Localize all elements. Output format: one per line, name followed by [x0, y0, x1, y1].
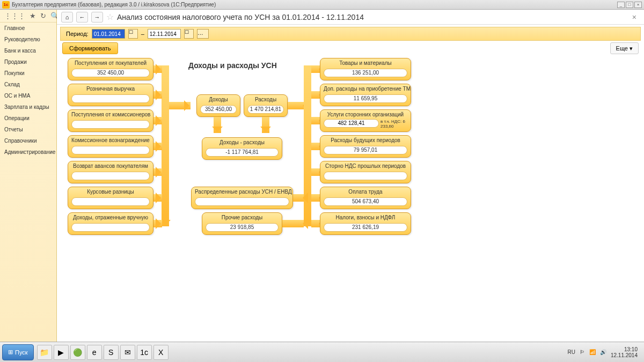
- windows-icon: ⊞: [8, 349, 13, 356]
- app-logo-icon: 1c: [2, 1, 10, 9]
- sidebar-item[interactable]: Зарплата и кадры: [0, 101, 56, 113]
- connector: [311, 143, 320, 150]
- connector: [153, 194, 162, 202]
- window-title: Бухгалтерия предприятия (базовая), редак…: [12, 2, 216, 8]
- block-other-expense[interactable]: Прочие расходы 23 918,85: [202, 212, 282, 235]
- connector: [153, 91, 162, 99]
- block-income[interactable]: Доходы 352 450,00: [196, 94, 240, 117]
- period-toolbar: Период: ☐ – ☐ …: [60, 27, 641, 41]
- sidebar-item[interactable]: Руководителю: [0, 34, 56, 45]
- sidebar-item[interactable]: Справочники: [0, 135, 56, 146]
- close-button[interactable]: ×: [634, 2, 642, 8]
- tab-close-button[interactable]: ×: [629, 13, 640, 21]
- connector: [311, 168, 320, 176]
- tray-clock[interactable]: 13:10 12.11.2014: [611, 346, 638, 358]
- taskbar: ⊞ Пуск 📁 ▶ 🟢 e S ✉ 1c X RU 🏳 📶 🔊 13:10 1…: [0, 342, 644, 362]
- block-services[interactable]: Услуги сторонних организаций 482 128,41 …: [320, 109, 411, 132]
- block-commissioners[interactable]: Поступления от комиссионеров: [68, 109, 153, 132]
- connector: [288, 102, 304, 109]
- home-button[interactable]: ⌂: [61, 12, 73, 23]
- connector: [311, 65, 320, 73]
- action-bar: Сформировать Еще ▾: [57, 41, 644, 56]
- connector: [311, 117, 320, 124]
- connector: [153, 65, 162, 73]
- connector: [262, 117, 269, 133]
- sidebar-item[interactable]: Отчеты: [0, 124, 56, 135]
- calendar-from-button[interactable]: ☐: [128, 29, 138, 39]
- task-icon[interactable]: X: [153, 345, 169, 360]
- minimize-button[interactable]: _: [617, 2, 625, 8]
- task-icon[interactable]: S: [104, 345, 119, 360]
- connector: [293, 194, 304, 202]
- sidebar-item[interactable]: Главное: [0, 23, 56, 34]
- task-icon[interactable]: e: [87, 345, 102, 360]
- block-commission[interactable]: Комиссионное вознаграждение: [68, 135, 153, 158]
- connector: [311, 91, 320, 99]
- sidebar-item[interactable]: Склад: [0, 79, 56, 90]
- connector: [153, 168, 162, 176]
- maximize-button[interactable]: □: [626, 2, 633, 8]
- sidebar-item[interactable]: Продажи: [0, 56, 56, 68]
- block-advance-refund[interactable]: Возврат авансов покупателям: [68, 161, 153, 183]
- block-income-customers[interactable]: Поступления от покупателей 352 450,00: [68, 58, 153, 80]
- block-deferred[interactable]: Расходы будущих периодов 79 957,01: [320, 135, 411, 158]
- tray-sound-icon[interactable]: 🔊: [600, 349, 606, 355]
- generate-button[interactable]: Сформировать: [62, 42, 118, 54]
- connector: [169, 102, 191, 109]
- menu-grid-icon[interactable]: ⋮⋮⋮: [4, 12, 25, 20]
- more-button[interactable]: Еще ▾: [610, 42, 639, 54]
- sidebar-item[interactable]: ОС и НМА: [0, 90, 56, 101]
- connector: [282, 220, 304, 227]
- sidebar-item[interactable]: Покупки: [0, 68, 56, 79]
- task-icon[interactable]: 📁: [37, 345, 52, 360]
- connector: [214, 117, 221, 133]
- period-to-input[interactable]: [148, 29, 181, 39]
- favorites-icon[interactable]: ★: [30, 12, 36, 20]
- sidebar-item[interactable]: Банк и касса: [0, 45, 56, 56]
- tray-lang[interactable]: RU: [567, 349, 575, 355]
- period-select-button[interactable]: …: [197, 29, 209, 39]
- block-goods[interactable]: Товары и материалы 136 251,00: [320, 58, 411, 80]
- page-title: Анализ состояния налогового учета по УСН…: [117, 13, 364, 21]
- block-manual-income[interactable]: Доходы, отраженные вручную: [68, 212, 153, 235]
- diagram-title: Доходы и расходы УСН: [188, 61, 277, 70]
- tab-header: ⌂ ← → ☆ Анализ состояния налогового учет…: [57, 10, 644, 25]
- sidebar-item[interactable]: Операции: [0, 113, 56, 124]
- connector: [153, 143, 162, 150]
- connector: [153, 117, 162, 124]
- block-taxes[interactable]: Налоги, взносы и НДФЛ 231 626,19: [320, 212, 411, 235]
- taskbar-pinned: 📁 ▶ 🟢 e S ✉ 1c X: [37, 345, 169, 360]
- window-controls: _ □ ×: [617, 2, 642, 8]
- block-income-expense-diff[interactable]: Доходы - расходы -1 117 764,81: [202, 137, 282, 160]
- block-distributed-expense[interactable]: Распределенные расходы УСН / ЕНВД: [191, 187, 293, 209]
- task-icon[interactable]: 1c: [137, 345, 152, 360]
- period-label: Период:: [66, 31, 89, 37]
- connector: [311, 220, 320, 227]
- back-button[interactable]: ←: [76, 12, 88, 23]
- sidebar-toolbar: ⋮⋮⋮ ★ ↻ 🔍: [0, 10, 56, 23]
- calendar-to-button[interactable]: ☐: [184, 29, 194, 39]
- block-storno-vat[interactable]: Сторно НДС прошлых периодов: [320, 161, 411, 183]
- window-titlebar: 1c Бухгалтерия предприятия (базовая), ре…: [0, 0, 644, 10]
- tray-flag-icon[interactable]: 🏳: [580, 349, 585, 355]
- diagram-canvas: Доходы и расходы УСН Поступления от поку…: [62, 58, 639, 339]
- task-icon[interactable]: ▶: [54, 345, 69, 360]
- sidebar-item[interactable]: Администрирование: [0, 146, 56, 158]
- task-icon[interactable]: 🟢: [70, 345, 85, 360]
- connector: [153, 220, 162, 227]
- block-exchange-diff[interactable]: Курсовые разницы: [68, 187, 153, 209]
- task-icon[interactable]: ✉: [120, 345, 135, 360]
- block-payroll[interactable]: Оплата труда 504 673,40: [320, 187, 411, 209]
- block-expense[interactable]: Расходы 1 470 214,81: [244, 94, 288, 117]
- forward-button[interactable]: →: [91, 12, 103, 23]
- block-add-expenses[interactable]: Доп. расходы на приобретение ТМЦ 11 659,…: [320, 84, 411, 106]
- block-retail[interactable]: Розничная выручка: [68, 84, 153, 106]
- period-from-input[interactable]: [92, 29, 125, 39]
- history-icon[interactable]: ↻: [40, 12, 46, 20]
- start-button[interactable]: ⊞ Пуск: [2, 344, 34, 360]
- tray-network-icon[interactable]: 📶: [589, 349, 596, 355]
- favorite-star-icon[interactable]: ☆: [106, 12, 114, 22]
- sidebar: ⋮⋮⋮ ★ ↻ 🔍 Главное Руководителю Банк и ка…: [0, 10, 57, 342]
- system-tray: RU 🏳 📶 🔊 13:10 12.11.2014: [567, 346, 642, 358]
- connector: [311, 194, 320, 202]
